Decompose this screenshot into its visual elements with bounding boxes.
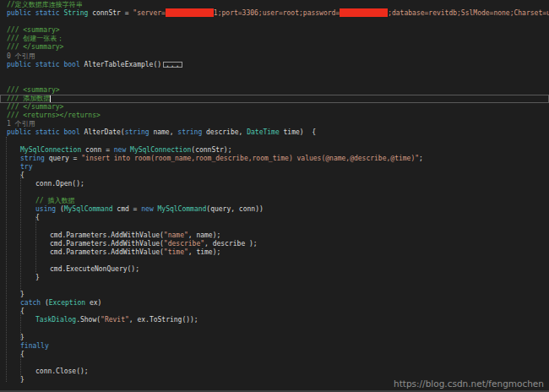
code-line[interactable]: public static bool AlterTableExample()..…	[0, 61, 549, 69]
codelens-references[interactable]: 0 个引用	[7, 52, 35, 60]
code-line[interactable]: /// </summary>	[0, 43, 549, 52]
code-token: /// 添加数据	[7, 95, 50, 102]
code-token: "name"	[164, 231, 188, 239]
code-token: MySqlCommand	[64, 205, 113, 213]
code-line[interactable]: /// </summary>	[0, 103, 549, 112]
code-line[interactable]: /// 创建一张表；	[0, 35, 549, 43]
code-token: MySqlConnection	[130, 146, 191, 154]
indent-guide	[20, 312, 21, 340]
code-token: cmd.Parameters.AddWithValue(	[50, 240, 164, 248]
code-line[interactable]	[0, 359, 549, 368]
code-line[interactable]	[0, 188, 549, 197]
code-token: MySqlCommand	[158, 205, 207, 213]
code-line[interactable]: public static String connStr = "server=1…	[0, 9, 549, 18]
code-line[interactable]: 0 个引用	[0, 52, 549, 61]
code-line[interactable]: string query = "insert into room(room_na…	[0, 155, 549, 163]
code-line[interactable]: //定义数据库连接字符串	[0, 1, 549, 9]
code-token: /// </summary>	[7, 43, 63, 51]
indent-guide	[20, 354, 21, 378]
code-token: , ex.ToString());	[129, 316, 198, 324]
code-editor[interactable]: //定义数据库连接字符串public static String connStr…	[0, 0, 549, 392]
code-line[interactable]: /// <returns></returns>	[0, 112, 549, 120]
code-token: connStr =	[88, 9, 133, 17]
code-token: TaskDialog	[35, 316, 76, 324]
code-token: catch	[20, 299, 41, 307]
code-token: // 插入数据	[35, 197, 74, 204]
code-line[interactable]: }	[0, 291, 549, 299]
code-token: using	[35, 205, 56, 213]
code-line[interactable]: // 插入数据	[0, 197, 549, 205]
codelens-references[interactable]: 1 个引用	[7, 120, 35, 128]
code-token: , describe );	[204, 240, 258, 248]
code-token: time) {	[280, 128, 316, 136]
code-line[interactable]: cmd.Parameters.AddWithValue("describe", …	[0, 240, 549, 248]
code-line[interactable]: try	[0, 163, 549, 172]
code-token: Exception	[49, 299, 85, 307]
code-token: /// <summary>	[7, 26, 60, 34]
code-line[interactable]: finally	[0, 342, 549, 351]
code-line[interactable]: cmd.ExecuteNonQuery();	[0, 265, 549, 274]
collapsed-region-toggle[interactable]: ...	[163, 62, 182, 68]
code-token: cmd.Parameters.AddWithValue(	[50, 231, 164, 239]
code-token: AlterDate(	[80, 128, 125, 136]
code-line[interactable]: {	[0, 351, 549, 359]
code-token: String	[63, 9, 88, 17]
code-token: new	[114, 146, 126, 154]
code-token: ;	[419, 155, 423, 162]
code-token: string	[20, 155, 45, 162]
code-line[interactable]: }	[0, 334, 549, 342]
code-line[interactable]: {	[0, 172, 549, 180]
code-token: DateTime	[247, 128, 280, 136]
code-line[interactable]: TaskDialog.Show("Revit", ex.ToString());	[0, 316, 549, 324]
code-line[interactable]: cmd.Parameters.AddWithValue("name", name…	[0, 231, 549, 240]
code-token: /// </summary>	[7, 103, 63, 111]
code-line[interactable]: }	[0, 274, 549, 282]
redaction-overlay	[166, 8, 214, 17]
code-line[interactable]: /// <summary>	[0, 26, 549, 35]
code-token: , name);	[188, 231, 221, 239]
code-token: conn =	[81, 146, 114, 154]
code-token: ex)	[85, 299, 101, 307]
code-line[interactable]	[0, 325, 549, 334]
code-token: /// <returns></returns>	[7, 112, 101, 119]
code-line[interactable]: catch (Exception ex)	[0, 299, 549, 308]
code-token: .Show(	[76, 316, 101, 324]
code-token: ;database=revitdb;SslMode=none;Charset=u…	[388, 9, 549, 17]
code-line[interactable]	[0, 78, 549, 86]
code-line[interactable]	[0, 69, 549, 78]
redaction-overlay	[340, 8, 388, 17]
indent-guide	[20, 174, 21, 292]
code-token: public static bool	[7, 61, 80, 68]
code-line[interactable]: /// 添加数据	[0, 95, 549, 103]
code-line[interactable]: cmd.Parameters.AddWithValue("time", time…	[0, 248, 549, 257]
code-line[interactable]: /// <summary>	[0, 86, 549, 95]
code-line[interactable]	[0, 282, 549, 291]
watermark-url: https://blog.csdn.net/fengmochen	[394, 378, 544, 389]
code-token: "Revit"	[101, 316, 129, 324]
code-line[interactable]: public static bool AlterDate(string name…	[0, 128, 549, 137]
code-line[interactable]	[0, 18, 549, 26]
code-token: try	[20, 163, 32, 171]
code-token: MySqlConnection	[20, 146, 81, 154]
code-line[interactable]	[0, 222, 549, 231]
code-token: name,	[149, 128, 178, 136]
code-token: public static bool	[7, 128, 80, 136]
code-line[interactable]: 1 个引用	[0, 120, 549, 128]
code-token: conn.Open();	[35, 180, 84, 188]
code-line[interactable]: using (MySqlCommand cmd = new MySqlComma…	[0, 205, 549, 214]
code-line[interactable]: {	[0, 308, 549, 316]
code-token: describe,	[202, 128, 247, 136]
code-line[interactable]: conn.Close();	[0, 368, 549, 376]
text-caret	[50, 95, 51, 102]
code-token: finally	[20, 342, 49, 350]
code-token: (	[41, 299, 49, 307]
code-token: public static	[7, 9, 63, 17]
code-line[interactable]: {	[0, 214, 549, 222]
code-line[interactable]: conn.Open();	[0, 180, 549, 188]
code-token: new	[141, 205, 153, 213]
code-line[interactable]: MySqlConnection conn = new MySqlConnecti…	[0, 146, 549, 155]
code-token: "server=	[133, 9, 166, 17]
code-line[interactable]	[0, 138, 549, 146]
code-token: query =	[45, 155, 81, 162]
code-line[interactable]	[0, 257, 549, 265]
